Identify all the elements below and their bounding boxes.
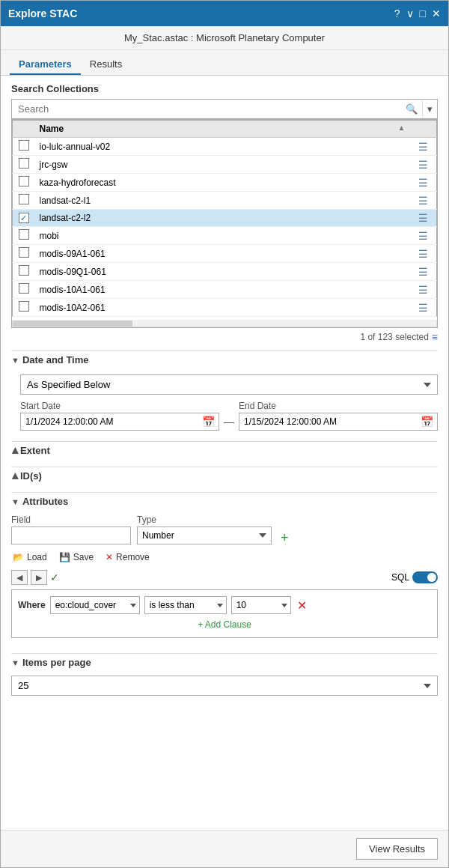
attributes-header[interactable]: ▼ Attributes [11,492,438,510]
table-icon: ☰ [418,212,428,224]
checkbox[interactable] [19,283,29,294]
type-label: Type [137,515,272,525]
row-info-icon[interactable]: ☰ [410,210,437,227]
end-date-input-wrap: 📅 [239,413,438,431]
where-operator-select[interactable]: is less than is greater than equals not … [144,596,227,614]
row-check-cell[interactable] [13,156,35,174]
checkbox[interactable] [19,176,29,186]
row-check-cell[interactable] [13,245,35,263]
row-info-icon[interactable]: ☰ [410,192,437,210]
table-icon: ☰ [418,159,428,171]
table-icon: ☰ [418,266,428,278]
table-row: jrc-gsw☰ [13,156,437,174]
table-header-row: Name ▲ [13,121,437,138]
extent-section: ▶ Extent [11,441,438,459]
where-delete-button[interactable]: ✕ [297,598,307,613]
horizontal-scrollbar[interactable] [12,320,437,327]
end-date-calendar-icon[interactable]: 📅 [417,413,437,430]
checkbox[interactable] [19,158,29,169]
table-icon: ☰ [418,248,428,260]
view-results-button[interactable]: View Results [356,838,438,860]
items-per-page-body: 10 25 50 100 [11,671,438,700]
checkbox[interactable] [19,265,29,276]
start-date-input[interactable] [21,413,198,430]
add-attribute-button[interactable]: + [278,531,292,544]
close-icon[interactable]: ✕ [432,7,441,19]
items-per-page-select[interactable]: 10 25 50 100 [11,676,438,696]
date-row: Start Date 📅 — End Date 📅 [20,401,438,431]
attributes-body: Field Type Number String Date + [11,510,438,646]
sql-toggle-thumb [427,573,436,582]
ids-arrow: ▶ [10,473,19,479]
row-check-cell[interactable] [13,227,35,245]
row-check-cell[interactable] [13,174,35,192]
start-date-calendar-icon[interactable]: 📅 [198,413,219,430]
row-info-icon[interactable]: ☰ [410,245,437,263]
checkbox[interactable] [19,140,29,151]
row-info-icon[interactable]: ☰ [410,156,437,174]
table-row: mobi☰ [13,227,437,245]
row-info-icon[interactable]: ☰ [410,299,437,317]
row-info-icon[interactable]: ☰ [410,263,437,281]
save-button[interactable]: 💾 Save [58,550,95,564]
help-icon[interactable]: ? [394,7,400,19]
row-check-cell[interactable] [13,138,35,156]
tab-parameters[interactable]: Parameters [10,55,81,75]
row-info-icon[interactable]: ☰ [410,281,437,299]
header-check [13,121,35,138]
table-row: modis-10A1-061☰ [13,281,437,299]
search-dropdown-arrow[interactable]: ▾ [422,100,437,118]
collection-table-wrapper: Name ▲ io-lulc-annual-v02☰jrc-gsw☰kaza-h… [11,119,438,328]
items-per-page-header[interactable]: ▼ Items per page [11,653,438,671]
remove-icon: ✕ [106,552,113,562]
row-info-icon[interactable]: ☰ [410,227,437,245]
restore-icon[interactable]: □ [420,7,426,19]
filter-check-icon[interactable]: ✓ [50,571,59,583]
header-name[interactable]: Name ▲ [35,121,410,138]
where-value-select[interactable]: 10 20 50 100 [231,596,291,614]
row-info-icon[interactable]: ☰ [410,174,437,192]
checkbox[interactable] [19,194,29,204]
table-row: modis-09Q1-061☰ [13,263,437,281]
extent-header[interactable]: ▶ Extent [11,441,438,459]
checkbox[interactable] [19,213,29,223]
window-controls: ? ∨ □ ✕ [394,7,441,19]
title-bar: Explore STAC ? ∨ □ ✕ [1,1,448,26]
date-time-header[interactable]: ▼ Date and Time [11,350,438,368]
checkbox[interactable] [19,301,29,312]
type-group: Type Number String Date [137,515,272,544]
where-field-select[interactable]: eo:cloud_cover platform datetime [50,596,140,614]
sql-toggle-track[interactable] [412,571,438,583]
end-date-input[interactable] [239,413,417,430]
type-select[interactable]: Number String Date [137,526,272,544]
selection-info: 1 of 123 selected ≡ [11,331,438,343]
row-check-cell[interactable] [13,281,35,299]
row-check-cell[interactable] [13,192,35,210]
search-input[interactable] [12,100,401,118]
row-check-cell[interactable] [13,210,35,227]
field-input[interactable] [11,526,131,544]
table-icon: ☰ [418,284,428,296]
collapse-icon[interactable]: ∨ [406,7,414,19]
tab-results[interactable]: Results [81,55,131,75]
date-range-select[interactable]: As Specified Below All Dates Today This … [20,374,438,395]
tabs-bar: Parameters Results [1,50,448,76]
load-button[interactable]: 📂 Load [11,550,49,564]
row-name: modis-09Q1-061 [35,263,410,281]
row-check-cell[interactable] [13,299,35,317]
collection-table-scroll[interactable]: Name ▲ io-lulc-annual-v02☰jrc-gsw☰kaza-h… [12,120,437,320]
filter-forward-button[interactable]: ▶ [31,570,47,585]
row-check-cell[interactable] [13,263,35,281]
ids-header[interactable]: ▶ ID(s) [11,467,438,485]
collection-info-icon: ≡ [432,331,438,343]
checkbox[interactable] [19,229,29,240]
checkbox[interactable] [19,247,29,258]
where-clause-box: Where eo:cloud_cover platform datetime i… [11,589,438,638]
remove-button[interactable]: ✕ Remove [104,550,151,564]
ids-section: ▶ ID(s) [11,467,438,485]
row-name: kaza-hydroforecast [35,174,410,192]
add-clause-button[interactable]: + Add Clause [198,619,251,630]
filter-back-button[interactable]: ◀ [11,570,28,585]
main-content: Search Collections 🔍 ▾ Name ▲ [1,76,448,830]
row-info-icon[interactable]: ☰ [410,138,437,156]
